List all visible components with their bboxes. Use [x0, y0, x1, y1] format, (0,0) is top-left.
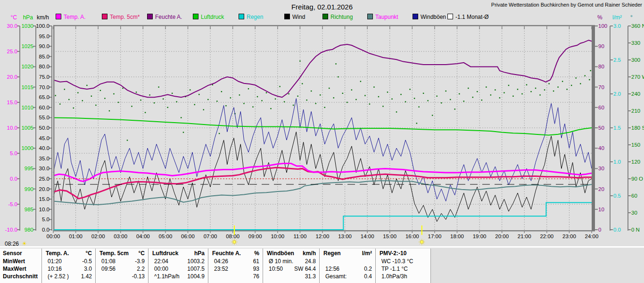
axis-tick-label: 40.0 — [39, 145, 50, 151]
x-tick-label: 06:00 — [181, 233, 195, 239]
axis-tick-label: 1020 — [21, 64, 33, 69]
table-cell: 2.2 — [99, 266, 145, 273]
table-column-Windböen: Windböenkm/hØ 10 min.24.810:50SW 64.431.… — [263, 249, 319, 283]
axis-unit-label: km/h — [37, 14, 49, 21]
x-tick-label: 03:00 — [114, 233, 127, 239]
x-tick-label: 07:00 — [204, 233, 217, 239]
weather-chart-screen: Freitag, 02.01.2026 Private Wetterstatio… — [0, 0, 644, 283]
axis-tick-label: 30 — [631, 210, 637, 216]
axis-tick-label: 0.0 — [613, 227, 621, 233]
table-cell: % — [212, 250, 259, 257]
axis-tick-label: 60 — [598, 105, 604, 110]
axis-tick-label: 80.0 — [39, 64, 50, 69]
axis-unit-label: l/m² — [612, 14, 622, 21]
table-cell: 1.42 — [46, 273, 92, 280]
table-cell: -0.13 — [99, 273, 145, 280]
axis-unit-label: °C — [11, 14, 17, 21]
x-tick-label: 04:00 — [136, 233, 150, 239]
axis-unit-label: ° — [630, 14, 633, 21]
axis-tick-label: 25.0 — [39, 176, 50, 182]
x-tick-label: 24:00 — [585, 233, 599, 239]
axis-tick-label: 40 — [598, 145, 604, 151]
axis-tick-label: 60.0 — [39, 105, 50, 110]
sun-icon — [233, 241, 236, 243]
axis-tick-label: 210 — [631, 108, 640, 114]
table-cell: 1.0hPa/3h — [381, 273, 427, 280]
table-top-divider — [0, 246, 644, 248]
axis-tick-label: 35.0 — [39, 156, 50, 161]
axis-tick-label: 65.0 — [39, 94, 50, 100]
table-cell: 1003.2 — [152, 258, 205, 265]
x-tick-label: 11:00 — [293, 233, 306, 239]
axes: 30.025.020.015.010.05.00.0-5.0-10.0°C103… — [5, 14, 644, 233]
axis-tick-label: 180 S — [631, 125, 644, 131]
axis-tick-label: 85.0 — [39, 54, 50, 59]
axis-tick-label: 50.0 — [39, 125, 50, 131]
table-cell: l/m² — [323, 250, 372, 257]
axis-tick-label: 50 — [598, 125, 604, 131]
x-tick-label: 20:00 — [495, 233, 509, 239]
x-tick-label: 12:00 — [316, 233, 330, 239]
x-tick-label: 08:00 — [226, 233, 239, 239]
axis-tick-label: 990 — [25, 186, 33, 192]
table-cell: 3.0 — [46, 266, 92, 273]
axis-tick-label: 10.0 — [7, 125, 17, 131]
table-cell: MaxWert — [3, 266, 40, 273]
table-cell: TP -1.1 °C — [381, 266, 427, 273]
axis-tick-label: 5.0 — [10, 150, 17, 156]
x-tick-label: 22:00 — [540, 233, 553, 239]
axis-tick-label: 1.5 — [613, 125, 621, 131]
axis-tick-label: 240 — [631, 91, 640, 97]
x-tick-label: 09:00 — [248, 233, 262, 239]
axis-tick-label: 55.0 — [39, 115, 50, 120]
axis-tick-label: 0 N — [631, 227, 640, 233]
x-tick-label: 23:00 — [562, 233, 576, 239]
axis-tick-label: 30 — [598, 166, 604, 171]
table-column-Regen: Regenl/m²12:560.2Gesamt:0.4 — [319, 249, 375, 283]
x-tick-label: 19:00 — [473, 233, 487, 239]
table-row-labels: SensorMinWertMaxWertDurchschnitt — [0, 249, 41, 283]
axis-tick-label: 30.0 — [7, 23, 17, 29]
axis-tick-label: 10 — [598, 207, 604, 212]
axis-tick-label: 330 — [631, 40, 640, 46]
table-cell: Sensor — [3, 250, 40, 257]
axis-tick-label: 25.0 — [7, 49, 17, 54]
sun-icon — [421, 241, 423, 243]
axis-unit-label: hPa — [23, 14, 33, 21]
axis-unit-label: % — [597, 14, 603, 21]
axis-tick-label: 1.0 — [613, 159, 621, 165]
table-column-PMV-2:-10: PMV-2:-10WC -10.3 °CTP -1.1 °C1.0hPa/3h — [375, 249, 430, 283]
axis-tick-label: 30.0 — [39, 166, 50, 171]
axis-tick-label: 100 — [598, 23, 607, 29]
axis-tick-label: 980 — [25, 227, 33, 233]
axis-tick-label: 60 — [631, 193, 637, 199]
x-tick-label: 14:00 — [361, 233, 374, 239]
axis-tick-label: 100.0 — [36, 23, 50, 29]
table-cell: MinWert — [3, 258, 40, 265]
axis-tick-label: 5.0 — [42, 216, 50, 222]
table-cell: 0.2 — [323, 266, 372, 273]
series-Regen — [53, 202, 592, 230]
table-cell: 31.3 — [267, 273, 316, 280]
x-tick-label: 00:00 — [47, 233, 60, 239]
axis-tick-label: 15.0 — [7, 100, 17, 105]
axis-tick-label: 0 — [598, 227, 601, 233]
axis-tick-label: 70.0 — [39, 84, 50, 90]
axis-tick-label: 360 N — [631, 23, 644, 29]
table-cell: °C — [99, 250, 145, 257]
x-tick-label: 05:00 — [159, 233, 173, 239]
axis-tick-label: 2.0 — [613, 91, 621, 97]
axis-tick-label: 120 — [631, 159, 640, 165]
x-tick-label: 13:00 — [338, 233, 352, 239]
axis-tick-label: 1030 — [21, 23, 33, 29]
axis-tick-label: 150 — [631, 142, 640, 148]
x-tick-label: 02:00 — [91, 233, 105, 239]
table-column-Temp. A.: Temp. A.°C01:20-0.510:163.0(+ 2.52 )1.42 — [41, 249, 95, 283]
table-cell: °C — [46, 250, 92, 257]
axis-tick-label: 70 — [598, 84, 604, 90]
axis-tick-label: 0.0 — [42, 227, 50, 233]
axis-tick-label: 985 — [25, 207, 33, 212]
axis-tick-label: 45.0 — [39, 135, 50, 141]
x-tick-label: 10:00 — [271, 233, 284, 239]
table-cell: 1004.9 — [152, 273, 205, 280]
